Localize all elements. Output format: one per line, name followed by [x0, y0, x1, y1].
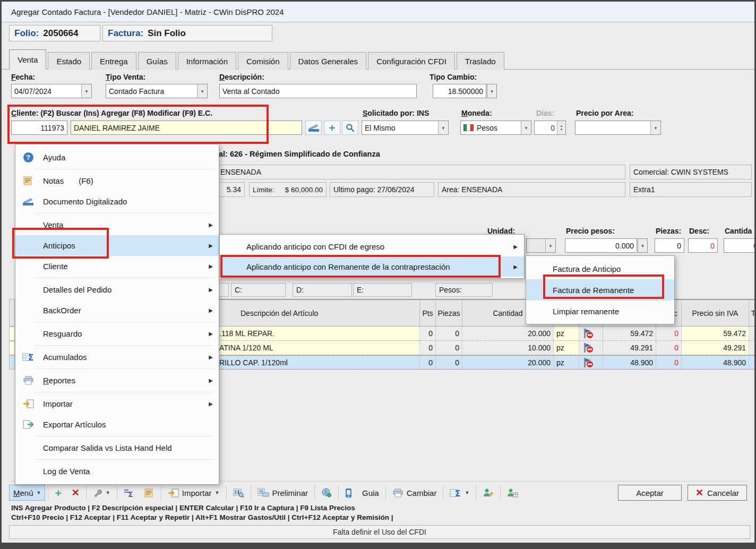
table-row[interactable]: ATINA 1/120 ML 0 0 10.000 pz 49.291 0 49…	[217, 341, 756, 355]
chevron-down-icon[interactable]: ▾	[81, 84, 91, 98]
piezas-input[interactable]: 0	[655, 238, 684, 253]
menu-item-importar[interactable]: Importar ▶	[15, 393, 219, 414]
cell-descripcion: RILLO CAP. 1/120ml	[217, 356, 420, 369]
menu-item-label: Notas	[43, 176, 64, 185]
tools-button[interactable]: ▼	[89, 485, 114, 501]
menu-button[interactable]: Menú ▼	[9, 485, 45, 501]
submenu-item-cfdi-egreso[interactable]: Aplicando anticipo con CFDI de egreso ▶	[220, 236, 524, 256]
toolbar-divider	[338, 486, 339, 500]
submenu-item-label: Factura de Anticipo	[553, 264, 621, 273]
menu-item-notas[interactable]: Notas (F6)	[15, 170, 219, 191]
chevron-down-icon[interactable]: ▾	[545, 239, 555, 252]
cantidad-input[interactable]: 0	[724, 238, 756, 253]
edit-client-button[interactable]	[479, 485, 497, 501]
area-value: Area: ENSENADA	[442, 185, 502, 194]
menu-item-acumulados[interactable]: Σ Acumulados ▶	[15, 347, 219, 367]
unidad-select[interactable]: ▾	[526, 238, 556, 253]
submenu-arrow-icon: ▶	[209, 243, 213, 248]
menu-item-resguardo[interactable]: Resguardo ▶	[15, 323, 219, 344]
chevron-down-icon[interactable]: ▾	[521, 121, 531, 134]
tipo-venta-label: Tipo Venta:	[106, 73, 145, 81]
tab-configuracion-cfdi[interactable]: Configuración CFDI	[368, 52, 455, 70]
tab-informacion[interactable]: Información	[178, 52, 236, 70]
menu-button-label: Menú	[13, 488, 33, 497]
mobile-button[interactable]	[341, 485, 356, 501]
col-precio-sin-iva[interactable]: Precio sin IVA	[682, 300, 749, 326]
col-pts[interactable]: Pts	[420, 300, 436, 326]
client-grid-button[interactable]	[503, 485, 522, 501]
col-descripcion[interactable]: Descripción del Artículo	[217, 300, 420, 326]
descripcion-value: Venta al Contado	[222, 87, 279, 96]
notes-icon	[21, 176, 36, 185]
cliente-name-input[interactable]: DANIEL RAMIREZ JAIME	[71, 121, 302, 135]
descripcion-input[interactable]: Venta al Contado	[219, 84, 417, 98]
moneda-select[interactable]: Pesos ▾	[460, 121, 531, 135]
tab-entrega[interactable]: Entrega	[91, 52, 136, 70]
dias-stepper[interactable]: 0 ▲▼	[534, 121, 566, 135]
menu-item-log-de-venta[interactable]: Log de Venta	[15, 461, 219, 482]
table-row[interactable]: .118 ML REPAR. 0 0 20.000 pz 59.472 0 59…	[217, 327, 756, 341]
barcode-button[interactable]	[229, 485, 248, 501]
extra1-box: Extra1	[630, 182, 752, 197]
desc-input[interactable]: 0	[688, 238, 718, 253]
menu-item-backorder[interactable]: BackOrder ▶	[15, 300, 219, 321]
menu-item-detalles-del-pedido[interactable]: Detalles del Pedido ▶	[15, 279, 219, 300]
menu-item-label: Log de Venta	[43, 467, 90, 476]
menu-separator	[33, 278, 214, 278]
precio-area-select[interactable]: ▾	[575, 121, 661, 135]
tipo-venta-select[interactable]: Contado Factura ▾	[106, 84, 208, 98]
submenu-item-remanente[interactable]: Aplicando anticipo con Remanente de la c…	[220, 256, 524, 277]
tipo-cambio-dropdown-button[interactable]: ▾	[487, 84, 497, 98]
factura-label: Factura:	[108, 28, 143, 39]
spinner-arrows-icon[interactable]: ▲▼	[557, 121, 565, 134]
tab-estado[interactable]: Estado	[48, 52, 90, 70]
menu-item-label: Ayuda	[43, 153, 65, 162]
col-t[interactable]: T	[749, 300, 756, 326]
send-button[interactable]	[317, 485, 336, 501]
col-piezas[interactable]: Piezas	[436, 300, 462, 326]
extra1-value: Extra1	[633, 185, 655, 194]
menu-item-ayuda[interactable]: ? Ayuda	[15, 147, 219, 168]
fecha-field[interactable]: 04/07/2024 ▾	[11, 84, 92, 98]
menu-item-exportar-articulos[interactable]: Exportar Artículos	[15, 414, 219, 435]
guia-button[interactable]: Guia	[358, 485, 383, 501]
menu-item-reportes[interactable]: Reportes ▶	[15, 370, 219, 391]
menu-item-comparar-salida[interactable]: Comparar Salida vs Lista Hand Held	[15, 438, 219, 458]
importar-button[interactable]: Importar ▼	[164, 485, 224, 501]
cliente-code-input[interactable]: 111973	[11, 121, 67, 135]
tab-venta[interactable]: Venta	[9, 49, 46, 70]
add-client-button[interactable]: +	[324, 121, 340, 135]
chevron-down-icon[interactable]: ▾	[650, 121, 660, 134]
tab-guias[interactable]: Guías	[138, 52, 176, 70]
aceptar-button[interactable]: Aceptar	[618, 485, 682, 501]
totals-dropdown-button[interactable]: Σ ▼	[446, 485, 473, 501]
precio-pesos-input[interactable]: 0.000	[565, 238, 637, 253]
menu-item-label: BackOrder	[43, 306, 81, 315]
submenu-item-limpiar-remanente[interactable]: Limpiar remanente	[526, 301, 674, 322]
chevron-down-icon[interactable]: ▾	[197, 84, 207, 98]
submenu-item-factura-remanente[interactable]: Factura de Remanente	[526, 279, 674, 301]
totals-button[interactable]: Σ	[120, 485, 138, 501]
menu-item-venta[interactable]: Venta ▶	[15, 215, 219, 235]
menu-item-anticipos[interactable]: Anticipos ▶	[15, 235, 219, 256]
tipo-cambio-input[interactable]: 18.500000	[433, 84, 486, 98]
cancelar-button[interactable]: ✕ Cancelar	[688, 485, 747, 501]
solicitado-select[interactable]: El Mismo ▾	[362, 121, 449, 135]
tab-datos-generales[interactable]: Datos Generales	[290, 52, 367, 70]
cell-t	[749, 327, 756, 340]
add-row-button[interactable]: +	[51, 485, 65, 501]
notes-button[interactable]	[141, 485, 158, 501]
chevron-down-icon[interactable]: ▾	[438, 121, 448, 134]
search-client-button[interactable]	[342, 121, 358, 135]
submenu-item-factura-anticipo[interactable]: Factura de Anticipo	[526, 258, 674, 279]
menu-item-documento-digitalizado[interactable]: Documento Digitalizado	[15, 191, 219, 212]
delete-row-button[interactable]: ✕	[68, 485, 83, 501]
menu-item-cliente[interactable]: Cliente ▶	[15, 256, 219, 277]
tab-comision[interactable]: Comisión	[238, 52, 288, 70]
cambiar-button[interactable]: Cambiar	[389, 485, 441, 501]
preliminar-button[interactable]: Preliminar	[254, 485, 312, 501]
tab-traslado[interactable]: Traslado	[457, 52, 504, 70]
scan-document-button[interactable]	[305, 121, 322, 135]
precio-pesos-dropdown-button[interactable]: ▾	[638, 238, 648, 253]
table-row-selected[interactable]: RILLO CAP. 1/120ml 0 0 20.000 pz 48.900 …	[217, 355, 756, 370]
